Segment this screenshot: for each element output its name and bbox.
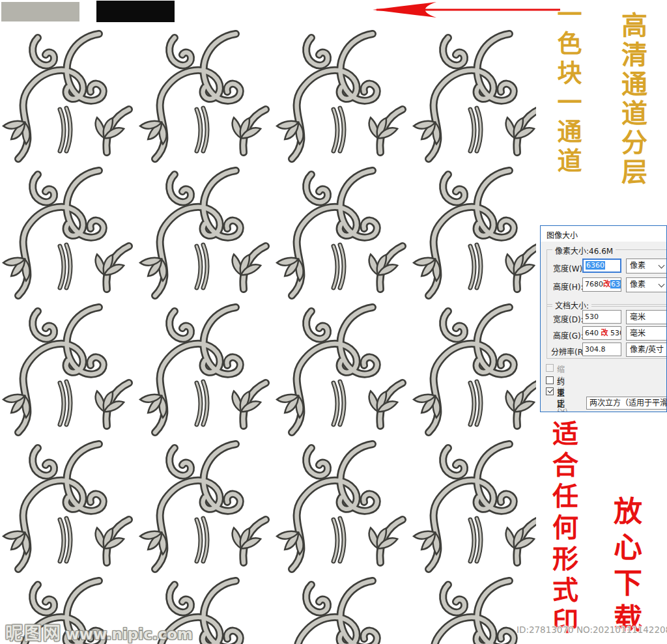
image-size-dialog: 图像大小 像素大小:46.6M 宽度(W): 6360 像素 高度(H): 76… bbox=[540, 225, 667, 412]
site-watermark-logo: 昵图网 bbox=[5, 623, 62, 643]
doc-height-label: 高度(G): bbox=[553, 329, 584, 341]
stock-preview-page: 高清通道分层 一色块一通道 适合任何形式印 放心下载 图像大小 像素大小:46.… bbox=[0, 0, 667, 644]
width-input[interactable]: 6360 bbox=[582, 259, 621, 273]
width-label: 宽度(W): bbox=[553, 262, 585, 273]
doc-height-edit-mark: 改 bbox=[601, 329, 608, 337]
seamless-pattern-preview bbox=[0, 26, 536, 644]
scale-styles-checkbox[interactable] bbox=[546, 364, 554, 372]
height-new-value-selected: 6360 bbox=[610, 280, 621, 288]
width-value-selected: 6360 bbox=[586, 261, 605, 270]
site-watermark-url: www.nipic.com bbox=[66, 626, 193, 643]
width-unit-dropdown[interactable]: 像素 bbox=[626, 259, 667, 273]
doc-height-new-value: 530 bbox=[608, 329, 622, 337]
height-unit-label: 像素 bbox=[630, 280, 646, 289]
doc-width-unit-dropdown[interactable]: 毫米 bbox=[626, 310, 667, 324]
doc-width-value: 530 bbox=[585, 313, 599, 321]
doc-width-input[interactable]: 530 bbox=[582, 310, 621, 324]
doc-height-old-value: 640 bbox=[585, 329, 601, 337]
resolution-unit-dropdown[interactable]: 像素/英寸 bbox=[626, 343, 667, 357]
dialog-titlebar[interactable]: 图像大小 bbox=[541, 226, 666, 242]
height-label: 高度(H): bbox=[553, 281, 583, 292]
constrain-proportions-checkbox[interactable] bbox=[546, 376, 554, 384]
resample-method-value: 两次立方（适用于平滑渐变 bbox=[589, 399, 667, 408]
site-watermark: 昵图网 www.nipic.com bbox=[5, 619, 193, 644]
annotation-hd-channel-layers: 高清通道分层 bbox=[619, 12, 646, 188]
height-input[interactable]: 7680改6360 bbox=[582, 277, 621, 292]
doc-height-unit-dropdown[interactable]: 毫米 bbox=[626, 326, 667, 341]
image-id-watermark: ID:27813070 NO:20210111142208553088 bbox=[517, 624, 667, 635]
document-size-group-label: 文档大小: bbox=[552, 300, 591, 311]
resolution-input[interactable]: 304.8 bbox=[582, 343, 621, 356]
resample-image-label: 重定图像像素(I): bbox=[557, 387, 568, 412]
resolution-unit-label: 像素/英寸 bbox=[630, 345, 664, 354]
annotation-fit-any-print-form: 适合任何形式印 bbox=[550, 420, 576, 639]
dialog-title: 图像大小 bbox=[546, 229, 578, 240]
annotation-safe-download: 放心下载 bbox=[611, 496, 640, 639]
red-arrow-left-icon bbox=[0, 0, 586, 23]
doc-width-unit-label: 毫米 bbox=[630, 313, 646, 322]
pixel-size-group-label: 像素大小:46.6M bbox=[552, 245, 616, 256]
resample-image-checkbox[interactable] bbox=[546, 387, 554, 395]
height-unit-dropdown[interactable]: 像素 bbox=[626, 277, 667, 292]
resolution-value: 304.8 bbox=[585, 345, 606, 354]
chevron-down-icon bbox=[659, 281, 665, 288]
doc-height-unit-label: 毫米 bbox=[630, 329, 646, 338]
annotation-one-color-one-channel: 一色块一通道 bbox=[555, 1, 580, 177]
color-swatch-black bbox=[96, 1, 175, 22]
height-edit-mark: 改 bbox=[603, 280, 610, 288]
color-swatch-gray bbox=[1, 2, 79, 21]
resample-method-dropdown[interactable]: 两次立方（适用于平滑渐变 bbox=[586, 397, 667, 410]
height-old-value: 7680 bbox=[585, 280, 603, 288]
doc-height-input[interactable]: 640 改 530 bbox=[582, 326, 621, 340]
doc-width-label: 宽度(D): bbox=[553, 313, 584, 324]
width-unit-label: 像素 bbox=[630, 261, 646, 270]
chevron-down-icon bbox=[659, 262, 665, 269]
